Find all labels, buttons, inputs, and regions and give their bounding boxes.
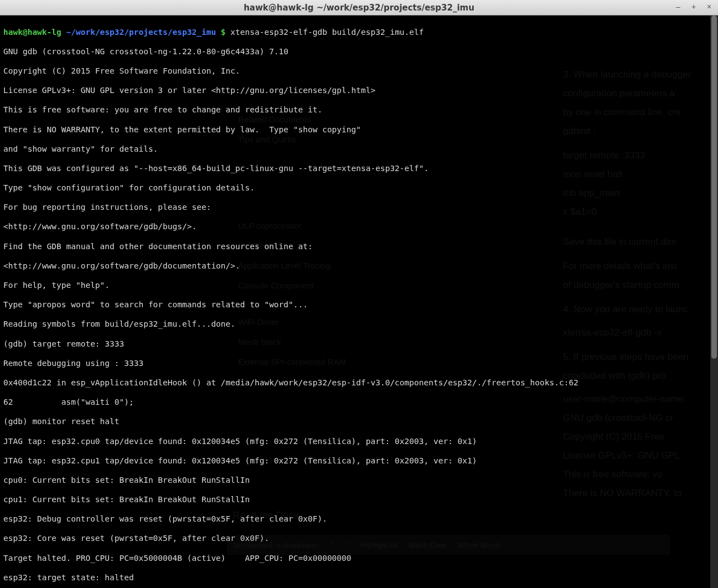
output-line: and "show warranty" for details. <box>3 145 715 154</box>
output-line: Find the GDB manual and other documentat… <box>3 242 715 252</box>
output-line: There is NO WARRANTY, to the extent perm… <box>3 125 715 135</box>
terminal-output[interactable]: hawk@hawk-lg ~/work/esp32/projects/esp32… <box>0 16 718 588</box>
output-line: GNU gdb (crosstool-NG crosstool-ng-1.22.… <box>3 47 715 57</box>
output-line: cpu0: Current bits set: BreakIn BreakOut… <box>3 476 715 486</box>
output-line: 62 asm("waiti 0"); <box>3 398 715 408</box>
output-line: Remote debugging using : 3333 <box>3 359 715 369</box>
output-line: (gdb) monitor reset halt <box>3 417 715 427</box>
output-line: JTAG tap: esp32.cpu0 tap/device found: 0… <box>3 437 715 447</box>
entered-command: xtensa-esp32-elf-gdb build/esp32_imu.elf <box>230 28 423 37</box>
window-titlebar: hawk@hawk-lg ~/work/esp32/projects/esp32… <box>0 0 718 16</box>
output-line: cpu1: Current bits set: BreakIn BreakOut… <box>3 495 715 505</box>
output-line: <http://www.gnu.org/software/gdb/documen… <box>3 261 715 271</box>
prompt-path: ~/work/esp32/projects/esp32_imu <box>66 28 216 37</box>
output-line: This is free software: you are free to c… <box>3 105 715 115</box>
output-line: License GPLv3+: GNU GPL version 3 or lat… <box>3 86 715 96</box>
output-line: <http://www.gnu.org/software/gdb/bugs/>. <box>3 222 715 232</box>
output-line: This GDB was configured as "--host=x86_6… <box>3 164 715 174</box>
prompt-dollar: $ <box>221 28 226 37</box>
prompt-user-host: hawk@hawk-lg <box>3 28 61 37</box>
window-title: hawk@hawk-lg ~/work/esp32/projects/esp32… <box>244 3 474 13</box>
output-line: Reading symbols from build/esp32_imu.elf… <box>3 319 715 329</box>
output-line: For bug reporting instructions, please s… <box>3 203 715 213</box>
close-icon[interactable]: × <box>705 2 714 11</box>
output-line: For help, type "help". <box>3 281 715 291</box>
output-line: (gdb) target remote: 3333 <box>3 339 715 349</box>
terminal-scrollbar[interactable] <box>710 16 718 588</box>
window-controls: – + × <box>674 2 714 11</box>
output-line: esp32: Core was reset (pwrstat=0x5F, aft… <box>3 534 715 544</box>
output-line: esp32: Debug controller was reset (pwrst… <box>3 514 715 524</box>
output-line: esp32: target state: halted <box>3 573 715 583</box>
output-line: Copyright (C) 2015 Free Software Foundat… <box>3 66 715 76</box>
minimize-icon[interactable]: – <box>674 2 683 11</box>
maximize-icon[interactable]: + <box>689 2 698 11</box>
output-line: Type "show configuration" for configurat… <box>3 183 715 193</box>
scrollbar-thumb[interactable] <box>711 16 717 359</box>
output-line: JTAG tap: esp32.cpu1 tap/device found: 0… <box>3 456 715 466</box>
output-line: Target halted. PRO_CPU: PC=0x5000004B (a… <box>3 554 715 564</box>
output-line: Type "apropos word" to search for comman… <box>3 300 715 310</box>
output-line: 0x400d1c22 in esp_vApplicationIdleHook (… <box>3 378 715 388</box>
